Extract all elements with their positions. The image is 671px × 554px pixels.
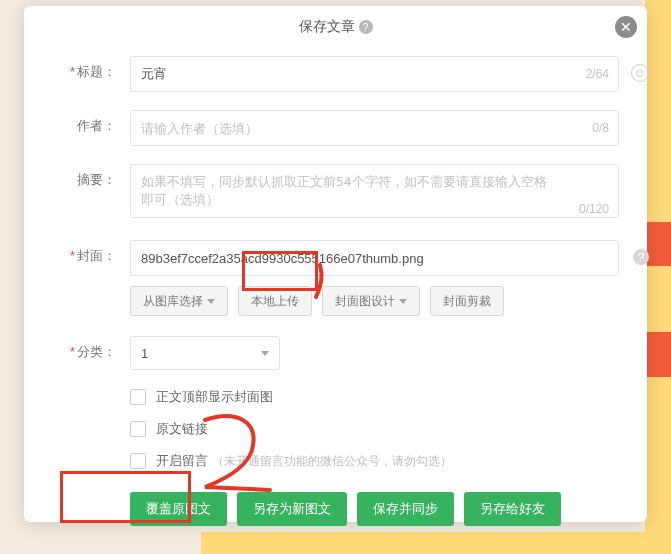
- checkbox-show-cover[interactable]: [130, 389, 146, 405]
- save-article-modal: 保存文章 ? ✕ 标题： 2/64 ☺ 作者： 0/8 摘要： 0/120: [24, 6, 647, 522]
- bg-decoration: [645, 0, 671, 554]
- chevron-down-icon: [207, 299, 215, 304]
- row-cover: 封面： ? 从图库选择 本地上传 封面图设计 封面剪裁: [52, 240, 619, 316]
- emoji-icon[interactable]: ☺: [631, 64, 649, 82]
- gallery-button[interactable]: 从图库选择: [130, 286, 228, 316]
- author-input[interactable]: [130, 110, 619, 146]
- label-author: 作者：: [52, 110, 130, 142]
- category-select[interactable]: 1: [130, 336, 280, 370]
- label-category: 分类：: [52, 336, 130, 368]
- save-sync-button[interactable]: 保存并同步: [357, 492, 454, 526]
- title-counter: 2/64: [586, 67, 609, 81]
- cover-help-icon[interactable]: ?: [633, 249, 649, 265]
- row-title: 标题： 2/64 ☺: [52, 56, 619, 92]
- check-label: 原文链接: [156, 420, 208, 438]
- row-category: 分类： 1: [52, 336, 619, 370]
- check-comments: 开启留言 （未开通留言功能的微信公众号，请勿勾选）: [130, 452, 619, 470]
- cover-input[interactable]: [130, 240, 619, 276]
- label-title: 标题：: [52, 56, 130, 88]
- overwrite-button[interactable]: 覆盖原图文: [130, 492, 227, 526]
- action-buttons: 覆盖原图文 另存为新图文 保存并同步 另存给好友: [130, 492, 619, 526]
- help-icon[interactable]: ?: [359, 20, 373, 34]
- summary-counter: 0/120: [579, 202, 609, 216]
- cover-crop-button[interactable]: 封面剪裁: [430, 286, 504, 316]
- comments-note: （未开通留言功能的微信公众号，请勿勾选）: [212, 453, 452, 470]
- author-counter: 0/8: [592, 121, 609, 135]
- label-summary: 摘要：: [52, 164, 130, 196]
- checkbox-comments[interactable]: [130, 453, 146, 469]
- chevron-down-icon: [261, 351, 269, 356]
- cover-design-button[interactable]: 封面图设计: [322, 286, 420, 316]
- summary-input[interactable]: [130, 164, 619, 218]
- row-author: 作者： 0/8: [52, 110, 619, 146]
- check-orig-link: 原文链接: [130, 420, 619, 438]
- row-summary: 摘要： 0/120: [52, 164, 619, 222]
- close-icon[interactable]: ✕: [615, 16, 637, 38]
- share-button[interactable]: 另存给好友: [464, 492, 561, 526]
- modal-title: 保存文章: [299, 18, 355, 36]
- category-value: 1: [141, 346, 148, 361]
- cover-buttons: 从图库选择 本地上传 封面图设计 封面剪裁: [130, 286, 619, 316]
- save-new-button[interactable]: 另存为新图文: [237, 492, 347, 526]
- check-label: 开启留言: [156, 452, 208, 470]
- chevron-down-icon: [399, 299, 407, 304]
- title-input[interactable]: [130, 56, 619, 92]
- local-upload-button[interactable]: 本地上传: [238, 286, 312, 316]
- row-options: 正文顶部显示封面图 原文链接 开启留言 （未开通留言功能的微信公众号，请勿勾选）…: [52, 388, 619, 526]
- modal-header: 保存文章 ? ✕: [24, 6, 647, 48]
- checkbox-orig-link[interactable]: [130, 421, 146, 437]
- modal-body: 标题： 2/64 ☺ 作者： 0/8 摘要： 0/120 封面：: [24, 48, 647, 546]
- check-show-cover: 正文顶部显示封面图: [130, 388, 619, 406]
- check-label: 正文顶部显示封面图: [156, 388, 273, 406]
- label-cover: 封面：: [52, 240, 130, 272]
